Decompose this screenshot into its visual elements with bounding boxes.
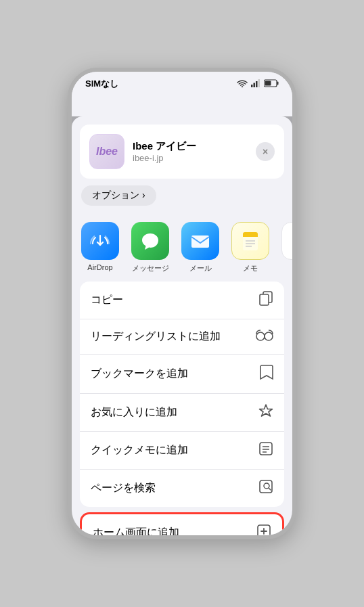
add-to-home-label: ホーム画面に追加: [93, 526, 179, 535]
battery-icon: [264, 79, 279, 89]
notes-icon: [231, 222, 269, 260]
favorites-label: お気に入りに追加: [91, 405, 177, 420]
airdrop-icon: [81, 222, 119, 260]
share-app-reminders[interactable]: リマ: [280, 222, 292, 273]
svg-rect-3: [256, 81, 258, 87]
svg-rect-6: [277, 81, 279, 85]
status-bar: SIMなし: [72, 72, 292, 96]
add-square-icon: [256, 524, 271, 535]
close-button[interactable]: ×: [256, 142, 275, 161]
action-reading-list[interactable]: リーディングリストに追加: [80, 319, 284, 355]
notes-label: メモ: [243, 263, 258, 273]
signal-icon: [251, 79, 260, 89]
app-icon-ibee: Ibee: [89, 134, 124, 169]
bookmark-icon: [260, 364, 273, 384]
svg-rect-12: [243, 234, 258, 237]
svg-rect-4: [258, 79, 260, 87]
status-icons: [237, 79, 279, 89]
action-copy[interactable]: コピー: [80, 282, 284, 319]
reading-list-label: リーディングリストに追加: [91, 330, 221, 344]
share-app-mail[interactable]: メール: [180, 222, 221, 273]
svg-point-21: [256, 332, 265, 340]
svg-rect-24: [260, 443, 272, 455]
quick-note-label: クイックメモに追加: [91, 443, 188, 457]
phone-frame: SIMなし: [68, 68, 296, 539]
svg-rect-7: [265, 81, 271, 85]
action-find-on-page[interactable]: ページを検索: [80, 470, 284, 507]
carrier-label: SIMなし: [85, 78, 118, 90]
bookmark-label: ブックマークを追加: [91, 367, 188, 381]
airdrop-label: AirDrop: [87, 263, 112, 271]
share-sheet: Ibee Ibee アイビー ibee-i.jp × オプション ›: [72, 116, 292, 535]
header-info: Ibee アイビー ibee-i.jp: [133, 140, 275, 163]
header-url: ibee-i.jp: [133, 153, 275, 163]
action-bookmark[interactable]: ブックマークを追加: [80, 355, 284, 394]
share-apps-row: AirDrop メッセージ: [72, 214, 292, 282]
svg-rect-9: [191, 235, 209, 248]
action-favorites[interactable]: お気に入りに追加: [80, 394, 284, 432]
reminders-icon: [281, 222, 292, 260]
sheet-header: Ibee Ibee アイビー ibee-i.jp ×: [80, 125, 284, 179]
messages-icon: [131, 222, 169, 260]
copy-icon: [258, 291, 273, 309]
svg-rect-1: [251, 85, 253, 87]
header-title: Ibee アイビー: [133, 140, 275, 153]
share-app-notes[interactable]: メモ: [230, 222, 271, 273]
search-page-icon: [258, 479, 273, 497]
copy-label: コピー: [91, 293, 123, 307]
find-on-page-label: ページを検索: [91, 481, 156, 495]
svg-rect-20: [260, 294, 269, 305]
options-label: オプション ›: [92, 189, 145, 202]
share-app-messages[interactable]: メッセージ: [130, 222, 170, 273]
action-list: コピー リーディングリストに追加: [80, 282, 284, 507]
options-button[interactable]: オプション ›: [81, 185, 156, 206]
mail-label: メール: [189, 263, 212, 273]
share-app-airdrop[interactable]: AirDrop: [80, 222, 120, 273]
browser-area: [72, 96, 292, 116]
messages-label: メッセージ: [132, 263, 169, 273]
action-quick-note[interactable]: クイックメモに追加: [80, 432, 284, 470]
glasses-icon: [256, 329, 273, 344]
svg-point-22: [265, 332, 273, 340]
wifi-icon: [237, 79, 248, 89]
sheet-overlay: Ibee Ibee アイビー ibee-i.jp × オプション ›: [72, 116, 292, 535]
svg-rect-2: [254, 83, 256, 87]
svg-line-30: [269, 488, 271, 490]
svg-point-0: [242, 86, 243, 87]
quicknote-icon: [258, 441, 273, 459]
svg-rect-28: [260, 480, 272, 493]
star-icon: [258, 403, 273, 422]
mail-icon: [181, 222, 219, 260]
action-add-to-home[interactable]: ホーム画面に追加: [80, 512, 284, 535]
